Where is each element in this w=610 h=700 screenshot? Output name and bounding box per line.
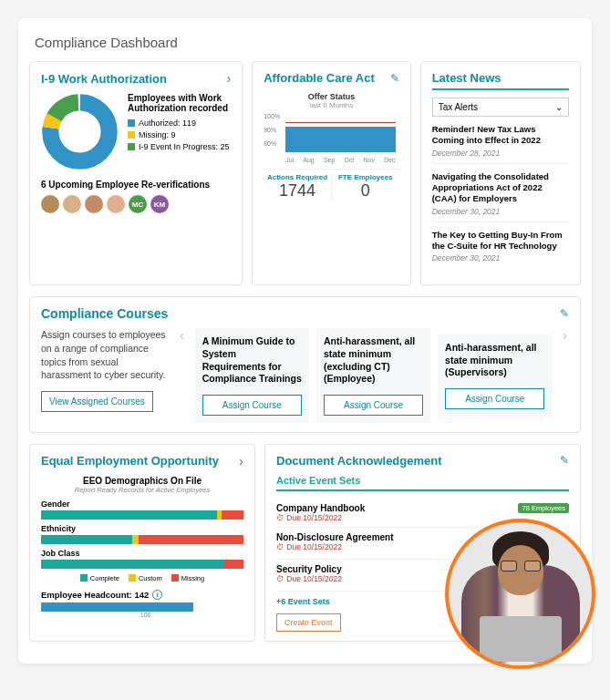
avatar[interactable] (107, 195, 125, 213)
assign-course-button[interactable]: Assign Course (202, 395, 302, 416)
headcount-bar (41, 602, 193, 612)
chevron-down-icon: ⌄ (555, 102, 563, 112)
avatar[interactable] (63, 195, 81, 213)
i9-legend-title: Employees with Work Authorization record… (128, 93, 231, 113)
course-item: Anti-harassment, all state minimum (excl… (316, 328, 430, 423)
edit-icon[interactable]: ✎ (390, 72, 399, 85)
aca-subtitle: Offer Status (264, 92, 398, 101)
courses-card: Compliance Courses ✎ Assign courses to e… (29, 296, 581, 433)
person-photo (445, 519, 595, 669)
news-category-select[interactable]: Tax Alerts ⌄ (432, 98, 569, 117)
courses-intro: Assign courses to employees on a range o… (41, 328, 169, 423)
eeo-card: Equal Employment Opportunity › EEO Demog… (29, 444, 255, 642)
more-event-sets-link[interactable]: +6 Event Sets (276, 597, 330, 606)
news-item[interactable]: The Key to Getting Buy-In From the C-Sui… (432, 230, 569, 269)
reverif-title: 6 Upcoming Employee Re-verifications (41, 180, 231, 190)
chevron-right-icon[interactable]: › (561, 328, 569, 423)
assign-course-button[interactable]: Assign Course (445, 388, 544, 409)
i9-title: I-9 Work Authorization (41, 72, 167, 86)
course-item: Anti-harassment, all state minimum (Supe… (438, 335, 552, 417)
compliance-dashboard: Compliance Dashboard I-9 Work Authorizat… (18, 18, 592, 664)
headcount-label: Employee Headcount: 142 i (41, 590, 243, 600)
edit-icon[interactable]: ✎ (560, 307, 569, 320)
eeo-row: Gender (41, 499, 243, 520)
avatar-row: MCKM (41, 195, 231, 213)
assign-course-button[interactable]: Assign Course (324, 395, 423, 416)
info-icon[interactable]: i (152, 590, 162, 600)
aca-card: Affordable Care Act ✎ Offer Status last … (252, 61, 410, 285)
aca-chart: 100% 90% 80% JulAugSepOctNovDec (264, 113, 398, 163)
courses-title: Compliance Courses (41, 306, 168, 321)
aca-title: Affordable Care Act (264, 71, 375, 85)
legend-authorized: Authorized: 119 (128, 118, 231, 128)
page-title: Compliance Dashboard (35, 35, 581, 50)
create-event-button[interactable]: Create Event (276, 613, 341, 632)
avatar[interactable] (85, 195, 103, 213)
aca-subtitle2: last 6 Months (264, 101, 398, 109)
avatar[interactable]: MC (129, 195, 147, 213)
avatar[interactable]: KM (150, 195, 169, 213)
news-card: Latest News Tax Alerts ⌄ Reminder! New T… (420, 61, 581, 285)
edit-icon[interactable]: ✎ (560, 454, 569, 467)
eeo-chart-sub: Report Ready Records for Active Employee… (41, 486, 243, 494)
aca-xaxis: JulAugSepOctNovDec (285, 157, 395, 163)
chevron-left-icon[interactable]: ‹ (178, 328, 186, 423)
view-assigned-courses-button[interactable]: View Assigned Courses (41, 391, 153, 412)
avatar[interactable] (41, 195, 59, 213)
aca-actions-required[interactable]: Actions Required 1744 (264, 173, 332, 201)
eeo-title: Equal Employment Opportunity (41, 454, 219, 468)
legend-missing: Missing: 9 (128, 130, 231, 139)
course-item: A Minimum Guide to System Requirements f… (195, 328, 309, 423)
i9-card: I-9 Work Authorization › Employees with … (29, 61, 243, 285)
news-item[interactable]: Navigating the Consolidated Appropriatio… (432, 171, 569, 222)
doc-title: Document Acknowledgement (276, 454, 442, 468)
doc-subtitle: Active Event Sets (276, 475, 569, 491)
eeo-legend: Complete Custom Missing (41, 574, 243, 582)
news-list: Reminder! New Tax Laws Coming into Effec… (432, 124, 569, 268)
course-list: A Minimum Guide to System Requirements f… (195, 328, 553, 423)
eeo-row: Ethnicity (41, 524, 243, 544)
chevron-right-icon[interactable]: › (227, 71, 232, 86)
eeo-row: Job Class (41, 549, 243, 569)
aca-fte-employees[interactable]: FTE Employees 0 (332, 173, 399, 201)
headcount-tick: 100 (140, 612, 243, 618)
row-top: I-9 Work Authorization › Employees with … (29, 61, 581, 285)
eeo-chart-title: EEO Demographics On File (41, 476, 243, 486)
chevron-right-icon[interactable]: › (239, 454, 243, 468)
news-item[interactable]: Reminder! New Tax Laws Coming into Effec… (432, 124, 569, 164)
news-title: Latest News (432, 71, 569, 90)
legend-inprogress: I-9 Event In Progress: 25 (128, 142, 231, 151)
i9-donut-chart (41, 93, 119, 170)
